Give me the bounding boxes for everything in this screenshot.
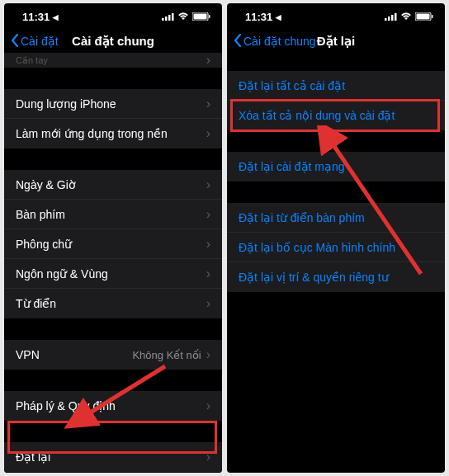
status-time: 11:31 ◂ <box>22 11 59 23</box>
svg-rect-15 <box>432 15 433 18</box>
list-item-legal[interactable]: Pháp lý & Quy định › <box>4 391 222 421</box>
chevron-right-icon: › <box>206 238 210 251</box>
section-gap <box>4 68 222 89</box>
section-gap <box>227 53 445 71</box>
screenshot-right: 11:31 ◂ Cài đặt chung Đặt lại Đặt lại tấ… <box>227 3 445 473</box>
battery-icon <box>192 11 210 23</box>
section-gap <box>4 370 222 391</box>
svg-rect-9 <box>385 18 387 21</box>
svg-rect-2 <box>168 15 171 21</box>
signal-icon <box>162 11 174 23</box>
list-item-keyboard[interactable]: Bàn phím › <box>4 200 222 229</box>
status-icons <box>162 11 210 23</box>
wifi-icon <box>400 11 412 23</box>
section-gap <box>227 130 445 152</box>
chevron-right-icon: › <box>206 348 210 361</box>
chevron-right-icon: › <box>206 97 210 111</box>
signal-icon <box>385 11 397 23</box>
section-gap <box>227 181 445 203</box>
list-item-date-time[interactable]: Ngày & Giờ › <box>4 170 222 200</box>
list-item-storage[interactable]: Dung lượng iPhone › <box>4 89 222 119</box>
section-gap <box>4 318 222 340</box>
svg-rect-14 <box>417 13 430 19</box>
list-item-dictionary[interactable]: Từ điển › <box>4 289 222 318</box>
wifi-icon <box>177 11 189 23</box>
reset-list: Đặt lại tất cả cài đặt Xóa tất cả nội du… <box>227 53 445 292</box>
nav-bar: Cài đặt chung Đặt lại <box>227 30 445 53</box>
vpn-status: Không Kết nối <box>132 349 201 361</box>
chevron-left-icon <box>11 34 19 49</box>
list-item-reset-all-settings[interactable]: Đặt lại tất cả cài đặt <box>227 71 445 101</box>
chevron-right-icon: › <box>206 178 210 191</box>
svg-rect-6 <box>209 15 210 18</box>
list-item-fonts[interactable]: Phông chữ › <box>4 229 222 259</box>
svg-rect-1 <box>165 16 168 21</box>
svg-rect-5 <box>194 13 207 19</box>
battery-icon <box>415 11 433 23</box>
status-time: 11:31 ◂ <box>245 11 281 23</box>
list-item-reset-network[interactable]: Đặt lại cài đặt mạng <box>227 152 445 181</box>
list-item[interactable]: Cần tay › <box>4 53 222 68</box>
chevron-right-icon: › <box>206 54 210 67</box>
svg-rect-11 <box>391 15 394 21</box>
list-item-vpn[interactable]: VPN Không Kết nối › <box>4 340 222 370</box>
svg-rect-10 <box>388 16 390 21</box>
list-item-background-refresh[interactable]: Làm mới ứng dụng trong nền › <box>4 119 222 148</box>
back-button[interactable]: Cài đặt <box>11 34 59 49</box>
back-label: Cài đặt <box>21 35 59 48</box>
section-gap <box>4 421 222 442</box>
list-item-erase-all[interactable]: Xóa tất cả nội dung và cài đặt <box>227 101 445 130</box>
status-icons <box>385 11 433 23</box>
chevron-right-icon: › <box>206 127 210 140</box>
list-item-language-region[interactable]: Ngôn ngữ & Vùng › <box>4 259 222 289</box>
list-item-reset-keyboard-dict[interactable]: Đặt lại từ điển bàn phím <box>227 203 445 233</box>
chevron-right-icon: › <box>206 450 210 464</box>
svg-rect-0 <box>162 18 164 21</box>
list-item-reset-home-layout[interactable]: Đặt lại bố cục Màn hình chính <box>227 233 445 262</box>
section-gap <box>4 148 222 170</box>
chevron-right-icon: › <box>206 297 210 310</box>
chevron-right-icon: › <box>206 399 210 412</box>
svg-rect-3 <box>172 13 174 21</box>
nav-title: Đặt lại <box>317 34 355 49</box>
back-label: Cài đặt chung <box>243 35 316 48</box>
list-item-reset[interactable]: Đặt lại › <box>4 442 222 472</box>
status-bar: 11:31 ◂ <box>227 3 445 30</box>
settings-list: Cần tay › Dung lượng iPhone › Làm mới ứn… <box>4 53 222 473</box>
chevron-left-icon <box>234 34 242 49</box>
svg-rect-12 <box>395 13 397 21</box>
nav-title: Cài đặt chung <box>72 34 154 49</box>
screenshot-left: 11:31 ◂ Cài đặt Cài đặt chung Cần tay › … <box>4 3 222 473</box>
section-gap <box>4 472 222 473</box>
status-bar: 11:31 ◂ <box>4 3 222 30</box>
chevron-right-icon: › <box>206 267 210 280</box>
chevron-right-icon: › <box>206 208 210 221</box>
back-button[interactable]: Cài đặt chung <box>234 34 316 49</box>
list-item-reset-location-privacy[interactable]: Đặt lại vị trí & quyền riêng tư <box>227 262 445 292</box>
nav-bar: Cài đặt Cài đặt chung <box>4 30 222 53</box>
